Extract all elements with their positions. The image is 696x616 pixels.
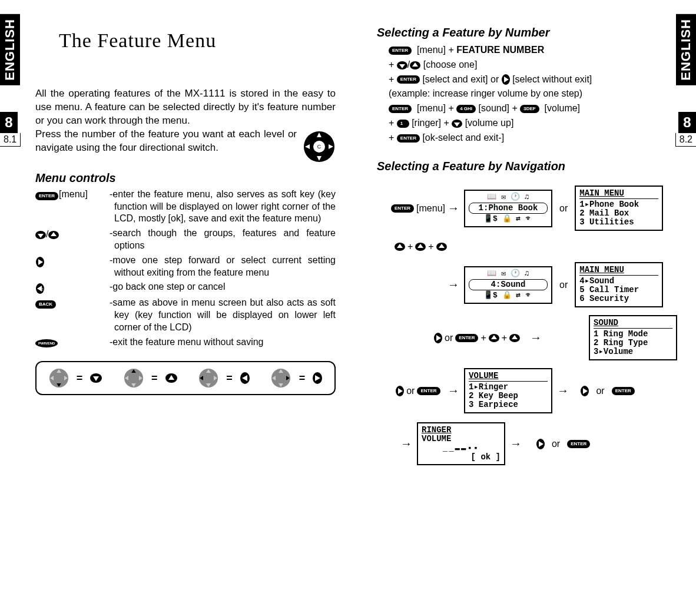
navigation-flow-diagram: ENTER [menu] → 📖 ✉ 🕐 ♫ 1:Phone Book 📱$ 🔒… <box>377 185 677 468</box>
up-arrow-icon <box>489 334 499 342</box>
lcd-sound-menu: SOUND 1 Ring Mode 2 Ring Type 3▸Volume <box>589 315 677 360</box>
up-arrow-icon <box>395 243 405 251</box>
flow-arrow-icon: → <box>557 384 569 398</box>
page-title: The Feature Menu <box>59 29 336 52</box>
lcd-main-menu-2: MAIN MENU 4▸Sound 5 Call Timer 6 Securit… <box>575 262 663 307</box>
control-row-pwr: PWR/END -exit the feature menu without s… <box>35 336 336 350</box>
directional-switch-illustration: C <box>303 130 336 163</box>
control-row-left: c -go back one step or cancel <box>35 281 336 294</box>
up-arrow-icon <box>509 334 520 342</box>
chapter-number-right: 8 <box>678 112 696 133</box>
lcd-volume-menu: VOLUME 1▸Ringer 2 Key Beep 3 Earpiece <box>464 368 552 413</box>
chapter-number-left: 8 <box>0 112 18 133</box>
control-row-enter: ENTER [menu] -enter the feature menu, al… <box>35 188 336 225</box>
right-arrow-icon <box>536 439 545 449</box>
left-arrow-icon: c <box>35 283 45 294</box>
right-arrow-icon <box>313 372 322 384</box>
enter-key-icon: ENTER <box>389 47 412 55</box>
control-row-right: -move one step forward or select current… <box>35 254 336 279</box>
left-arrow-icon <box>240 372 250 384</box>
step-line: + 1 [ringer] + [volume up] <box>389 116 677 131</box>
right-arrow-icon <box>35 257 45 267</box>
right-arrow-icon <box>434 333 442 343</box>
back-key-icon: BACK <box>35 300 56 309</box>
language-tab-right: ENGLISH <box>676 14 696 85</box>
down-arrow-icon <box>397 61 407 69</box>
flow-arrow-icon: → <box>448 201 459 215</box>
control-label: [menu] <box>59 188 112 225</box>
enter-key-icon: ENTER <box>567 440 590 448</box>
enter-key-icon: ENTER <box>455 334 478 342</box>
step-line: (example: increase ringer volume by one … <box>389 87 677 101</box>
control-row-updown: / -search though the groups, features an… <box>35 227 336 252</box>
key-equivalence-legend: = = = = <box>35 361 336 395</box>
language-tab-left: ENGLISH <box>0 14 20 85</box>
key-3-icon: 3DEF <box>520 105 539 113</box>
quad-down-icon <box>49 368 69 388</box>
enter-key-icon: ENTER <box>35 192 58 200</box>
enter-key-icon: ENTER <box>389 105 412 113</box>
right-arrow-icon <box>581 386 589 396</box>
flow-arrow-icon: → <box>448 384 459 398</box>
quad-left-icon <box>198 368 218 388</box>
up-arrow-icon <box>165 373 177 383</box>
control-desc: -same as above in menu screen but also a… <box>112 297 336 333</box>
key-4-icon: 4 GHI <box>456 105 476 113</box>
lcd-main-menu-1: MAIN MENU 1▸Phone Book 2 Mail Box 3 Util… <box>575 186 663 231</box>
selecting-by-navigation-heading: Selecting a Feature by Navigation <box>377 160 677 173</box>
step-line: + ENTER [select and exit] or [select wit… <box>389 72 677 87</box>
svg-text:C: C <box>317 144 322 150</box>
control-desc: -enter the feature menu, also serves as … <box>112 188 336 225</box>
page-number-right: 8.2 <box>675 133 696 147</box>
down-arrow-icon <box>90 373 102 383</box>
lcd-ringer-volume: RINGER VOLUME __▬▬▪▪ [ ok ] <box>417 422 505 466</box>
key-1-icon: 1 <box>397 120 409 128</box>
down-arrow-icon <box>452 120 462 128</box>
up-arrow-icon <box>415 243 426 251</box>
step-line: + ENTER [ok-select and exit-] <box>389 131 677 145</box>
flow-arrow-icon: → <box>400 437 412 451</box>
flow-arrow-icon: → <box>510 437 522 451</box>
up-arrow-icon <box>436 243 447 251</box>
right-arrow-icon <box>502 74 510 85</box>
right-arrow-icon <box>396 386 404 396</box>
flow-arrow-icon: → <box>448 278 459 292</box>
menu-controls-heading: Menu controls <box>35 171 336 185</box>
selecting-by-number-heading: Selecting a Feature by Number <box>377 26 677 39</box>
flow-arrow-icon: → <box>530 331 542 345</box>
enter-key-icon: ENTER <box>612 387 635 395</box>
control-desc: -go back one step or cancel <box>112 281 336 294</box>
lcd-sound-iconview: 📖 ✉ 🕐 ♫ 4:Sound 📱$ 🔒 ⇄ ᯤ <box>464 266 552 304</box>
svg-text:c: c <box>41 287 44 291</box>
enter-key-icon: ENTER <box>397 75 420 84</box>
right-page: Selecting a Feature by Number ENTER [men… <box>377 18 677 473</box>
quad-up-icon <box>124 368 144 388</box>
lcd-phonebook-iconview: 📖 ✉ 🕐 ♫ 1:Phone Book 📱$ 🔒 ⇄ ᯤ <box>464 190 552 227</box>
step-line: + / [choose one] <box>389 58 677 72</box>
control-row-back: BACK -same as above in menu screen but a… <box>35 297 336 333</box>
enter-key-icon: ENTER <box>397 134 420 143</box>
page-number-left: 8.1 <box>0 133 21 147</box>
down-arrow-icon <box>35 231 46 239</box>
enter-key-icon: ENTER <box>391 204 414 213</box>
intro-paragraph-1: All the operating features of the MX-111… <box>35 87 336 128</box>
control-desc: -move one step forward or select current… <box>112 254 336 279</box>
up-arrow-icon <box>410 61 420 69</box>
step-line: ENTER [menu] + 4 GHI [sound] + 3DEF [vol… <box>389 101 677 116</box>
quad-right-icon <box>271 368 291 388</box>
control-desc: -search though the groups, features and … <box>112 227 336 252</box>
intro-paragraph-2: Press the number of the feature you want… <box>35 128 336 155</box>
step-line: ENTER [menu] + FEATURE NUMBER <box>389 43 677 58</box>
control-desc: -exit the feature menu without saving <box>112 336 336 350</box>
up-arrow-icon <box>48 231 59 239</box>
left-page: The Feature Menu All the operating featu… <box>35 18 336 395</box>
pwr-end-key-icon: PWR/END <box>35 339 58 347</box>
enter-key-icon: ENTER <box>417 387 440 395</box>
